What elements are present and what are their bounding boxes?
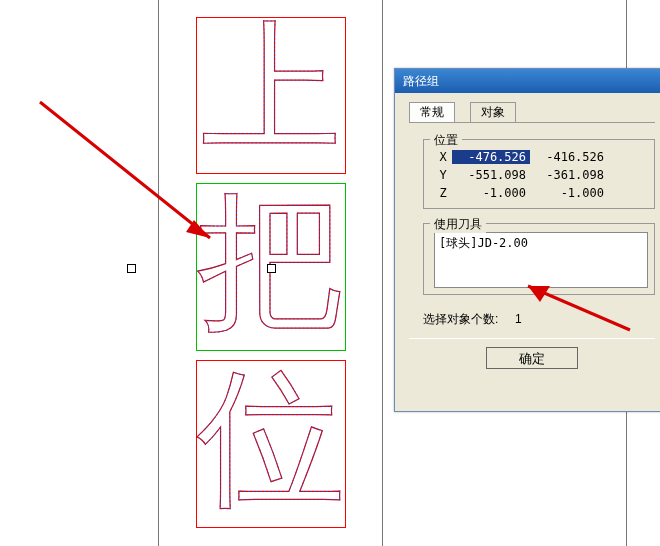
char-glyph-wei: 位 位 [197,361,345,527]
tool-group-label: 使用刀具 [430,216,486,233]
pos-z-1[interactable]: -1.000 [452,186,530,200]
tool-item[interactable]: [球头]JD-2.00 [439,235,643,252]
guide-line [158,0,159,546]
dialog-title-text: 路径组 [403,74,439,88]
annotation-arrow-1 [36,98,226,258]
svg-text:位: 位 [197,361,345,521]
path-group-dialog: 路径组 常规 对象 位置 X -476.526 -416.526 Y -551.… [394,68,660,412]
position-group-label: 位置 [430,132,462,149]
selection-handle[interactable] [267,264,276,273]
ok-button[interactable]: 确定 [486,347,578,369]
selection-handle[interactable] [127,264,136,273]
tab-object[interactable]: 对象 [470,102,516,122]
pos-x-2[interactable]: -416.526 [530,150,608,164]
pos-row-y: Y -551.098 -361.098 [434,166,648,184]
char-cell-3[interactable]: 位 位 [196,360,346,528]
annotation-arrow-2 [510,280,640,340]
pos-row-z: Z -1.000 -1.000 [434,184,648,202]
pos-z-2[interactable]: -1.000 [530,186,608,200]
position-group: 位置 X -476.526 -416.526 Y -551.098 -361.0… [423,139,655,209]
pos-y-2[interactable]: -361.098 [530,168,608,182]
pos-y-1[interactable]: -551.098 [452,168,530,182]
pos-x-1[interactable]: -476.526 [452,150,530,164]
pos-row-x: X -476.526 -416.526 [434,148,648,166]
guide-line [382,0,383,546]
dialog-tabs: 常规 对象 [409,101,655,123]
dialog-title[interactable]: 路径组 [395,69,660,93]
svg-line-6 [40,102,210,238]
tab-general[interactable]: 常规 [409,102,455,122]
